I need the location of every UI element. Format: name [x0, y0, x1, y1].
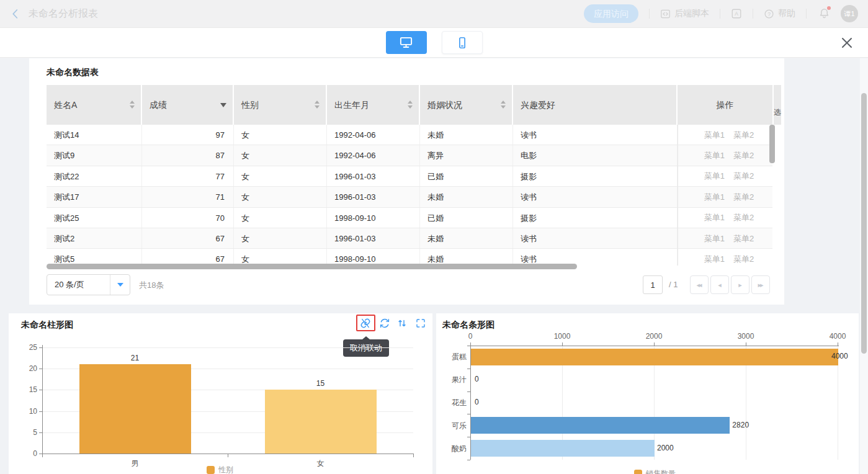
row-menu-link[interactable]: 菜单2: [733, 125, 754, 145]
bar-3[interactable]: [471, 417, 730, 434]
help-button[interactable]: ? 帮助: [764, 8, 795, 19]
bar-value-label: 2000: [657, 444, 674, 452]
row-menu-link[interactable]: 菜单1: [704, 208, 725, 228]
column-header-4[interactable]: 婚姻状况: [420, 85, 512, 125]
legend-label[interactable]: 销售数量: [646, 470, 676, 474]
row-menu-link[interactable]: 菜单2: [733, 208, 754, 228]
row-menu-link[interactable]: 菜单1: [704, 145, 725, 165]
column-header-1[interactable]: 成绩: [142, 85, 233, 125]
app-top-bar: 未命名分析报表 应用访问 后端脚本 A ? 帮助 谭1: [0, 0, 868, 28]
bar-value-label: 15: [296, 379, 346, 388]
table-row[interactable]: 测试2570女1998-09-10已婚摄影菜单1菜单2: [47, 208, 772, 228]
table-row[interactable]: 测试267女1996-01-03未婚读书菜单1菜单2: [47, 228, 772, 249]
column-header-3[interactable]: 出生年月: [327, 85, 419, 125]
horizontal-scrollbar[interactable]: [47, 264, 577, 269]
table-cell: 1998-09-10: [327, 249, 420, 266]
column-header-2[interactable]: 性别: [234, 85, 326, 125]
legend-marker[interactable]: [207, 466, 215, 474]
app-access-button[interactable]: 应用访问: [584, 4, 638, 23]
chevron-left-icon: ◂: [718, 281, 720, 289]
first-page-button[interactable]: ◂◂: [690, 275, 709, 294]
y-axis-tick: [467, 346, 470, 346]
legend-marker[interactable]: [634, 470, 642, 474]
report-preview-page: 未命名分析报表 应用访问 后端脚本 A ? 帮助 谭1: [0, 0, 868, 474]
mobile-view-button[interactable]: [442, 31, 483, 54]
sort-carets-icon: [408, 101, 413, 109]
translate-icon: A: [731, 8, 742, 19]
table-cell: 测试14: [47, 125, 142, 145]
table-cell: 1996-01-03: [327, 228, 420, 248]
bar-chart-plot: 01000200030004000蛋糕4000果汁0花生0可乐2820酸奶200…: [436, 313, 859, 474]
notifications-button[interactable]: [818, 7, 831, 20]
table-cell: 测试17: [47, 187, 142, 207]
bar-chart-card: 未命名条形图 01000200030004000蛋糕4000果汁0花生0可乐28…: [436, 313, 859, 474]
question-circle-icon: ?: [764, 9, 774, 19]
table-cell: 女: [234, 125, 327, 145]
row-menu-link[interactable]: 菜单1: [704, 249, 725, 266]
row-menu-link[interactable]: 菜单2: [733, 145, 754, 165]
table-vertical-scrollbar[interactable]: [769, 125, 775, 163]
bar-0[interactable]: [471, 349, 838, 365]
select-caret-box: [110, 275, 130, 295]
table-cell: 71: [142, 187, 234, 207]
row-menu-link[interactable]: 菜单2: [733, 187, 754, 207]
table-cell: 女: [234, 228, 327, 248]
x-axis-tick: [413, 454, 414, 457]
bar-value-label: 4000: [831, 352, 848, 360]
legend-label[interactable]: 性别: [218, 466, 233, 474]
table-cell: 女: [234, 166, 327, 186]
desktop-view-button[interactable]: [386, 31, 427, 54]
dictionary-button[interactable]: A: [731, 8, 742, 19]
table-row[interactable]: 测试1771女1996-01-03未婚读书菜单1菜单2: [47, 187, 772, 207]
column-chart-card: 未命名柱形图 取消联动 051015202521男15女性别: [9, 313, 432, 474]
row-menu-link[interactable]: 菜单1: [704, 125, 725, 145]
row-menu-link[interactable]: 菜单2: [733, 228, 754, 248]
next-page-button[interactable]: ▸: [731, 275, 749, 294]
table-cell: 未婚: [420, 187, 513, 207]
table-cell: 读书: [513, 187, 678, 207]
y-axis-tick: [467, 369, 470, 369]
table-cell: 未婚: [420, 125, 513, 145]
column-label: 婚姻状况: [427, 100, 462, 110]
chevron-right-icon: ▸: [738, 281, 741, 289]
table-row[interactable]: 测试567女1998-09-10未婚读书菜单1菜单2: [47, 249, 772, 266]
bar-0[interactable]: [79, 364, 191, 454]
x-axis-tick-label: 3000: [727, 332, 764, 341]
y-axis-tick: [467, 460, 470, 460]
backend-script-button[interactable]: 后端脚本: [660, 8, 709, 19]
avatar[interactable]: 谭1: [841, 5, 858, 22]
page-number-input[interactable]: [643, 275, 663, 294]
row-menu-link[interactable]: 菜单1: [704, 228, 725, 248]
table-row[interactable]: 测试2277女1996-01-03已婚摄影菜单1菜单2: [47, 166, 772, 187]
row-actions-cell: 菜单1菜单2: [678, 208, 772, 228]
table-row[interactable]: 测试987女1992-04-06离异电影菜单1菜单2: [47, 145, 772, 166]
table-cell: 1992-04-06: [327, 125, 420, 145]
row-menu-link[interactable]: 菜单2: [733, 166, 754, 186]
column-header-0[interactable]: 姓名A: [47, 85, 141, 125]
row-menu-link[interactable]: 菜单1: [704, 166, 725, 186]
row-menu-link[interactable]: 菜单1: [704, 187, 725, 207]
bar-1[interactable]: [265, 390, 377, 454]
close-preview-button[interactable]: [839, 35, 854, 50]
last-page-button[interactable]: ▸▸: [751, 275, 770, 294]
y-axis-tick-label: 25: [15, 342, 37, 352]
row-actions-cell: 菜单1菜单2: [678, 125, 772, 145]
column-label: 出生年月: [334, 100, 369, 110]
table-cell: 测试9: [47, 145, 142, 165]
prev-page-button[interactable]: ◂: [710, 275, 729, 294]
table-cell: 1996-01-03: [327, 187, 420, 207]
x-axis-category-label: 男: [110, 458, 160, 469]
sort-carets-icon: [501, 101, 506, 109]
back-button[interactable]: [10, 7, 21, 20]
table-cell: 摄影: [513, 208, 678, 228]
page-size-select[interactable]: 20 条/页: [47, 274, 130, 295]
row-actions-cell: 菜单1菜单2: [678, 249, 772, 266]
row-actions-cell: 菜单1菜单2: [678, 145, 772, 165]
table-header-row: 姓名A成绩性别出生年月婚姻状况兴趣爱好操作: [47, 85, 772, 125]
clipped-column-text: 选: [774, 85, 781, 118]
table-row[interactable]: 测试1497女1992-04-06未婚读书菜单1菜单2: [47, 125, 772, 145]
bar-4[interactable]: [471, 440, 655, 457]
top-bar-actions: 应用访问 后端脚本 A ? 帮助 谭1: [584, 4, 858, 23]
row-menu-link[interactable]: 菜单2: [733, 249, 754, 266]
page-scrollbar-thumb[interactable]: [861, 93, 867, 354]
